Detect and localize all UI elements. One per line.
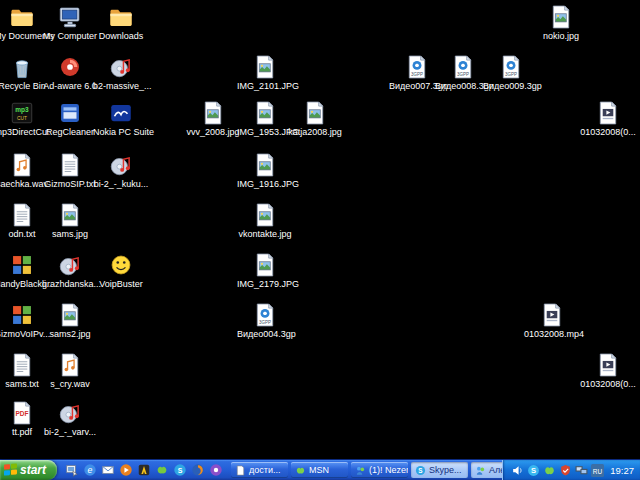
desktop-icon-label: 01032008(0... <box>580 379 636 389</box>
svg-text:3GPP: 3GPP <box>457 72 469 77</box>
desktop-icon-downloads[interactable]: Downloads <box>93 4 149 41</box>
desktop-icon-gizmosip-txt[interactable]: GizmoSIP.txt <box>42 152 98 189</box>
desktop-icon-bi-2-kuku[interactable]: bi-2_-_kuku... <box>93 152 149 189</box>
tray-skype-icon[interactable]: S <box>527 464 540 477</box>
messenger-icon <box>355 465 366 476</box>
music-icon <box>57 400 83 426</box>
svg-text:e: e <box>88 465 93 475</box>
skype-icon: S <box>415 465 426 476</box>
desktop-icon-label: RegCleaner <box>42 127 98 137</box>
desktop-icon-label: vvv_2008.jpg <box>185 127 241 137</box>
desktop-icon-nokio-jpg[interactable]: nokio.jpg <box>533 4 589 41</box>
task-button-skype[interactable]: SSkype... <box>411 462 468 478</box>
desktop-icon-видео004-3gp[interactable]: 3GPPВидео004.3gp <box>237 302 293 339</box>
desktop-icon-img-1953-jpg[interactable]: IMG_1953.JPG <box>237 100 293 137</box>
winamp-icon[interactable] <box>136 462 152 478</box>
desktop-icon-sams2-jpg[interactable]: sams2.jpg <box>42 302 98 339</box>
desktop-icon-label: grazhdanska... <box>42 279 98 289</box>
desktop-icon-regcleaner[interactable]: RegCleaner <box>42 100 98 137</box>
tray-messenger-icon[interactable] <box>543 464 556 477</box>
outlook-express-icon[interactable] <box>100 462 116 478</box>
desktop-icon-voipbuster[interactable]: VoipBuster <box>93 252 149 289</box>
desktop-icon-s-cry-wav[interactable]: s_cry.wav <box>42 352 98 389</box>
mp3dc-icon: mp3CUT <box>9 100 35 126</box>
desktop-icon-nokia-pc-suite[interactable]: Nokia PC Suite <box>93 100 149 137</box>
nokia-icon <box>108 100 134 126</box>
desktop-icon-img-1916-jpg[interactable]: IMG_1916.JPG <box>237 152 293 189</box>
image-icon <box>252 54 278 80</box>
desktop-icon-b2-massive[interactable]: b2-massive_... <box>93 54 149 91</box>
audio-icon <box>9 152 35 178</box>
firefox-icon[interactable] <box>190 462 206 478</box>
desktop-icon-katja2008-jpg[interactable]: katja2008.jpg <box>287 100 343 137</box>
tray-antivirus-icon[interactable] <box>559 464 572 477</box>
desktop-icon-vvv-2008-jpg[interactable]: vvv_2008.jpg <box>185 100 241 137</box>
desktop-icon-label: Nokia PC Suite <box>93 127 149 137</box>
folder-icon <box>9 4 35 30</box>
task-button-алекс[interactable]: Алекс... <box>471 462 502 478</box>
svg-text:3GPP: 3GPP <box>411 72 423 77</box>
image-icon <box>200 100 226 126</box>
start-button-label: start <box>20 463 46 477</box>
start-button[interactable]: start <box>0 460 57 480</box>
video-icon <box>595 100 621 126</box>
desktop-icon-01032008-0[interactable]: 01032008(0... <box>580 352 636 389</box>
music-icon <box>57 252 83 278</box>
media-player-icon[interactable] <box>118 462 134 478</box>
svg-text:mp3: mp3 <box>15 106 29 114</box>
desktop-icon-grazhdanska[interactable]: grazhdanska... <box>42 252 98 289</box>
desktop-icon-sams-jpg[interactable]: sams.jpg <box>42 202 98 239</box>
desktop-icon-vkontakte-jpg[interactable]: vkontakte.jpg <box>237 202 293 239</box>
desktop-icon-ad-aware-6-0[interactable]: Ad-aware 6.0 <box>42 54 98 91</box>
text-icon <box>9 202 35 228</box>
desktop[interactable]: My DocumentsMy ComputerDownloadsnokio.jp… <box>0 0 640 459</box>
task-button-дости[interactable]: дости... <box>231 462 288 478</box>
desktop-icon-01032008-mp4[interactable]: 01032008.mp4 <box>524 302 580 339</box>
desktop-icon-label: b2-massive_... <box>93 81 149 91</box>
desktop-icon-img-2101-jpg[interactable]: IMG_2101.JPG <box>237 54 293 91</box>
svg-text:CUT: CUT <box>17 116 27 121</box>
svg-text:3GPP: 3GPP <box>259 320 271 325</box>
desktop-icon-label: IMG_1916.JPG <box>237 179 293 189</box>
taskbar-clock[interactable]: 19:27 <box>607 465 634 476</box>
gizmo-icon[interactable] <box>208 462 224 478</box>
text-icon <box>57 152 83 178</box>
tray-language-icon[interactable]: RU <box>591 464 604 477</box>
desktop-icon-bi-2-varv[interactable]: bi-2_-_varv... <box>42 400 98 437</box>
show-desktop-icon[interactable] <box>64 462 80 478</box>
desktop-icon-label: Видео009.3gp <box>483 81 539 91</box>
app-blue-icon <box>57 100 83 126</box>
task-button-msn[interactable]: MSN <box>291 462 348 478</box>
image-icon <box>252 202 278 228</box>
app-multi-icon <box>9 252 35 278</box>
msn-messenger-icon[interactable] <box>154 462 170 478</box>
pdf-icon: PDF <box>9 400 35 426</box>
video-icon <box>539 302 565 328</box>
task-button-label: (1)! Nezem... <box>369 465 408 475</box>
desktop-icon-label: bi-2_-_kuku... <box>93 179 149 189</box>
desktop-icon-01032008-0[interactable]: 01032008(0... <box>580 100 636 137</box>
video3gp-icon: 3GPP <box>252 302 278 328</box>
desktop-icon-label: My Computer <box>42 31 98 41</box>
image-icon <box>252 252 278 278</box>
music-icon <box>108 152 134 178</box>
desktop-icon-видео009-3gp[interactable]: 3GPPВидео009.3gp <box>483 54 539 91</box>
desktop-icon-label: VoipBuster <box>93 279 149 289</box>
video3gp-icon: 3GPP <box>450 54 476 80</box>
task-button-1-nezem[interactable]: (1)! Nezem... <box>351 462 408 478</box>
internet-explorer-icon[interactable]: e <box>82 462 98 478</box>
video3gp-icon: 3GPP <box>404 54 430 80</box>
desktop-icon-label: GizmoSIP.txt <box>42 179 98 189</box>
skype-icon[interactable]: S <box>172 462 188 478</box>
app-multi-icon <box>9 302 35 328</box>
smiley-icon <box>108 252 134 278</box>
desktop-icon-img-2179-jpg[interactable]: IMG_2179.JPG <box>237 252 293 289</box>
tray-volume-icon[interactable] <box>511 464 524 477</box>
task-button-label: Skype... <box>429 465 462 475</box>
desktop-icon-my-computer[interactable]: My Computer <box>42 4 98 41</box>
recycle-icon <box>9 54 35 80</box>
task-button-label: дости... <box>249 465 280 475</box>
desktop-icon-label: IMG_2179.JPG <box>237 279 293 289</box>
tray-network-icon[interactable] <box>575 464 588 477</box>
folder-icon <box>108 4 134 30</box>
